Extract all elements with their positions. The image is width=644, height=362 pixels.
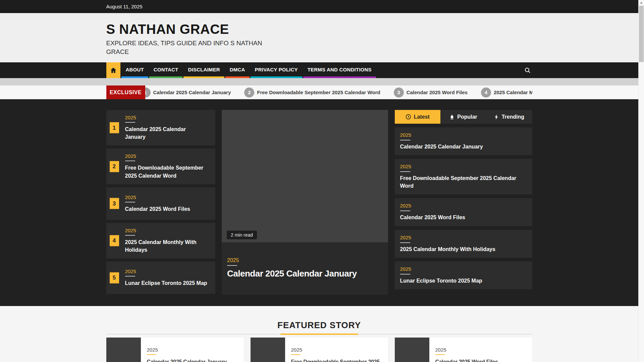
category-underline bbox=[435, 354, 445, 355]
category-link[interactable]: 2025 bbox=[147, 347, 158, 353]
category-underline bbox=[400, 274, 410, 275]
category-link[interactable]: 2025 bbox=[400, 266, 411, 272]
post-title-link[interactable]: Calendar 2025 Word Files bbox=[125, 205, 213, 213]
news-ticker: EXCLUSIVE 1 Calendar 2025 Calendar Janua… bbox=[0, 85, 638, 99]
category-underline bbox=[125, 202, 135, 202]
rank-number-badge: 3 bbox=[110, 198, 119, 209]
story-thumbnail[interactable] bbox=[106, 338, 141, 362]
ticker-badge: EXCLUSIVE bbox=[106, 85, 145, 99]
scrollbar-up-arrow[interactable] bbox=[639, 0, 644, 5]
tab-popular[interactable]: Popular bbox=[440, 110, 486, 124]
ranked-post: 4 2025 2025 Calendar Monthly With Holida… bbox=[106, 223, 215, 258]
ticker-item[interactable]: 1 Calendar 2025 Calendar January bbox=[141, 87, 231, 98]
heading-accent-bar bbox=[280, 334, 358, 335]
featured-post-column: 2 min read 2025 Calendar 2025 Calendar J… bbox=[222, 110, 388, 297]
category-underline bbox=[125, 235, 135, 236]
tab-latest[interactable]: Latest bbox=[395, 110, 441, 124]
nav-item-disclaimer[interactable]: DISCLAIMER bbox=[183, 62, 224, 78]
post-title-link[interactable]: Lunar Eclipse Toronto 2025 Map bbox=[400, 277, 527, 285]
story-thumbnail[interactable] bbox=[395, 338, 429, 362]
nav-item-contact[interactable]: CONTACT bbox=[149, 62, 183, 78]
category-link[interactable]: 2025 bbox=[227, 257, 239, 263]
story-body: 2025 Calendar 2025 Word Files bbox=[429, 338, 504, 362]
featured-post-image[interactable]: 2 min read bbox=[222, 110, 388, 242]
site-title[interactable]: S NATHAN GRACE bbox=[106, 22, 532, 37]
category-underline bbox=[400, 140, 410, 140]
rank-number-badge: 2 bbox=[110, 161, 119, 172]
sidebar-post: 2025 Free Downloadable September 2025 Ca… bbox=[395, 159, 532, 194]
site-tagline: EXPLORE IDEAS, TIPS GUIDE AND INFO S NAT… bbox=[106, 39, 264, 56]
story-body: 2025 Free Downloadable September 2025 Ca… bbox=[285, 338, 388, 362]
category-link[interactable]: 2025 bbox=[400, 235, 411, 240]
category-link[interactable]: 2025 bbox=[400, 203, 411, 208]
post-title-link[interactable]: Calendar 2025 Calendar January bbox=[125, 125, 192, 141]
category-link[interactable]: 2025 bbox=[435, 347, 446, 353]
category-link[interactable]: 2025 bbox=[400, 132, 411, 138]
sidebar-post: 2025 Calendar 2025 Calendar January bbox=[395, 127, 532, 155]
nav-shadow-strip bbox=[0, 78, 638, 85]
featured-story-header: FEATURED STORY bbox=[106, 320, 532, 335]
ticker-item-number: 3 bbox=[394, 87, 404, 98]
read-time-badge: 2 min read bbox=[227, 231, 257, 239]
category-link[interactable]: 2025 bbox=[400, 164, 411, 169]
category-link[interactable]: 2025 bbox=[291, 347, 302, 353]
category-link[interactable]: 2025 bbox=[125, 153, 213, 159]
rank-number-badge: 5 bbox=[110, 272, 119, 283]
nav-item-terms-and-conditions[interactable]: TERMS AND CONDITIONS bbox=[303, 62, 376, 78]
ticker-item[interactable]: 3 Calendar 2025 Word Files bbox=[394, 87, 468, 98]
scrollbar-thumb[interactable] bbox=[639, 6, 644, 62]
category-underline bbox=[147, 354, 156, 355]
category-underline bbox=[125, 276, 135, 277]
post-title-link[interactable]: 2025 Calendar Monthly With Holidays bbox=[125, 238, 203, 254]
story-thumbnail[interactable] bbox=[251, 338, 285, 362]
category-underline bbox=[400, 171, 410, 172]
sidebar-column: Latest Popular Trending bbox=[395, 110, 532, 297]
search-icon bbox=[524, 67, 531, 74]
category-underline bbox=[400, 210, 410, 211]
nav-item-dmca[interactable]: DMCA bbox=[225, 62, 250, 78]
category-underline bbox=[125, 122, 135, 123]
featured-story-card: 2025 Calendar 2025 Word Files bbox=[395, 338, 532, 362]
main-nav: ABOUT CONTACT DISCLAIMER DMCA PRIVACY PO… bbox=[0, 62, 638, 78]
featured-story-card: 2025 Calendar 2025 Calendar January bbox=[106, 338, 244, 362]
tab-trending[interactable]: Trending bbox=[486, 110, 532, 124]
current-date: August 11, 2025 bbox=[106, 4, 143, 9]
lightning-icon bbox=[494, 114, 499, 120]
clock-icon bbox=[406, 114, 411, 120]
nav-item-about[interactable]: ABOUT bbox=[121, 62, 148, 78]
featured-post-title[interactable]: Calendar 2025 Calendar January bbox=[227, 268, 383, 279]
rank-number-badge: 4 bbox=[110, 235, 119, 246]
category-underline bbox=[291, 354, 301, 355]
post-title-link[interactable]: Calendar 2025 Word Files bbox=[400, 214, 527, 221]
featured-story-card: 2025 Free Downloadable September 2025 Ca… bbox=[251, 338, 388, 362]
post-title-link[interactable]: Lunar Eclipse Toronto 2025 Map bbox=[125, 279, 213, 287]
tab-label: Popular bbox=[457, 114, 477, 120]
nav-item-privacy-policy[interactable]: PRIVACY POLICY bbox=[251, 62, 302, 78]
post-title-link[interactable]: Calendar 2025 Calendar January bbox=[147, 358, 227, 362]
category-link[interactable]: 2025 bbox=[125, 194, 213, 200]
scrollbar[interactable] bbox=[638, 0, 644, 362]
sidebar-tabs: Latest Popular Trending bbox=[395, 110, 532, 124]
ranked-post: 2 2025 Free Downloadable September 2025 … bbox=[106, 148, 215, 184]
rank-number-badge: 1 bbox=[110, 122, 119, 133]
category-link[interactable]: 2025 bbox=[125, 228, 213, 233]
ticker-item[interactable]: 2 Free Downloadable September 2025 Calen… bbox=[244, 87, 380, 98]
search-button[interactable] bbox=[523, 62, 532, 78]
ticker-item[interactable]: 4 2025 Calendar Monthly With Holidays bbox=[481, 87, 532, 98]
ticker-item-title: Free Downloadable September 2025 Calenda… bbox=[257, 89, 380, 95]
sidebar-post: 2025 2025 Calendar Monthly With Holidays bbox=[395, 230, 532, 258]
category-link[interactable]: 2025 bbox=[125, 115, 213, 120]
post-title-link[interactable]: Free Downloadable September 2025 Calenda… bbox=[291, 358, 382, 362]
page: August 11, 2025 S NATHAN GRACE EXPLORE I… bbox=[0, 0, 638, 362]
category-underline bbox=[400, 242, 410, 243]
post-title-link[interactable]: Free Downloadable September 2025 Calenda… bbox=[400, 175, 527, 190]
category-link[interactable]: 2025 bbox=[125, 268, 213, 274]
top-bar: August 11, 2025 bbox=[0, 0, 638, 13]
post-title-link[interactable]: 2025 Calendar Monthly With Holidays bbox=[400, 246, 527, 253]
post-title-link[interactable]: Calendar 2025 Word Files bbox=[435, 358, 498, 362]
featured-post-card: 2 min read 2025 Calendar 2025 Calendar J… bbox=[222, 110, 388, 295]
post-title-link[interactable]: Free Downloadable September 2025 Calenda… bbox=[125, 164, 206, 179]
home-button[interactable] bbox=[106, 62, 120, 78]
post-title-link[interactable]: Calendar 2025 Calendar January bbox=[400, 143, 527, 150]
ranked-post: 5 2025 Lunar Eclipse Toronto 2025 Map bbox=[106, 261, 215, 294]
